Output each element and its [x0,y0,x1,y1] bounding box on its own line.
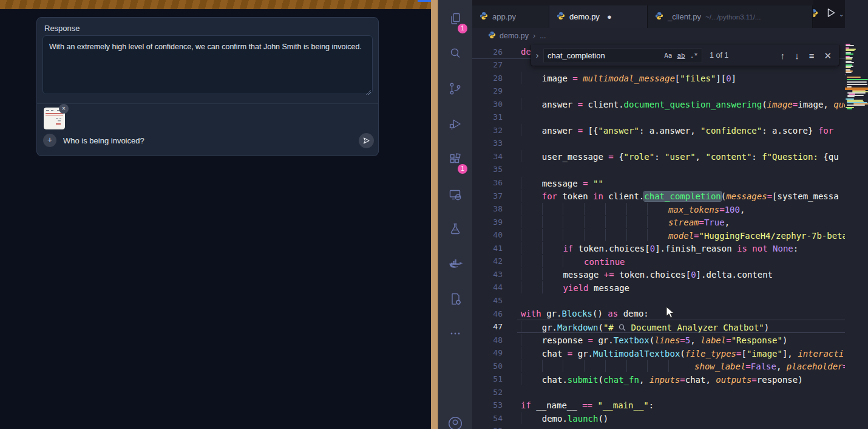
code-line-54[interactable]: 54demo.launch() [472,411,845,425]
line-number[interactable]: 42 [472,256,503,266]
minimap-line [846,53,853,55]
activity-item-more[interactable] [438,320,472,349]
code-line-32[interactable]: 32answer = [{"answer": a.answer, "confid… [472,123,845,137]
code-line-28[interactable]: 28image = multimodal_message["files"][0] [472,71,845,84]
activity-item-source-control[interactable] [438,75,472,105]
breadcrumb-file[interactable]: demo.py [500,32,529,40]
activity-item-remote-explorer[interactable]: >< [438,181,472,210]
line-number[interactable]: 52 [472,388,503,397]
minimap-line [846,74,846,75]
code-line-47[interactable]: 47gr.Markdown("# Document Analyzer Chatb… [472,320,845,334]
window-edge-divider [431,0,438,429]
whole-word-toggle[interactable]: ab [677,52,685,60]
send-button[interactable] [359,133,374,148]
line-number[interactable]: 55 [472,427,503,429]
code-line-49[interactable]: 49chat = gr.MultimodalTextbox(file_types… [472,346,845,360]
find-close-button[interactable]: ✕ [824,51,832,60]
activity-item-extensions[interactable]: 1 [438,146,472,175]
line-number[interactable]: 27 [472,60,503,69]
line-number[interactable]: 53 [472,400,503,410]
code-line-45[interactable]: 45 [472,293,845,307]
regex-toggle[interactable]: .* [690,52,698,60]
code-editor[interactable]: 26de2728image = multimodal_message["file… [472,44,845,429]
line-number[interactable]: 33 [472,139,503,148]
activity-item-docker[interactable] [438,251,472,280]
response-textbox[interactable]: With an extremely high level of confiden… [42,35,373,94]
python-file-icon [557,12,565,22]
tab-demo-py[interactable]: demo.py● [549,5,648,28]
line-number[interactable]: 36 [472,178,503,187]
run-python-file-button[interactable] [826,7,836,21]
find-query-text[interactable]: chat_completion [548,51,659,60]
tab-_client-py[interactable]: _client.py~/.../python3.11/... [648,5,813,28]
find-expand-chevron-icon[interactable]: › [531,50,543,60]
line-number[interactable]: 49 [472,348,503,357]
find-input[interactable]: chat_completion Aa ab .* [543,48,702,63]
line-number[interactable]: 26 [472,47,503,57]
code-line-42[interactable]: 42continue [472,255,845,268]
line-number[interactable]: 40 [472,230,503,239]
find-in-selection-button[interactable]: ≡ [809,51,815,60]
code-line-35[interactable]: 35 [472,163,845,176]
line-number[interactable]: 28 [472,74,503,83]
tab-app-py[interactable]: app.py [472,5,549,28]
activity-item-account[interactable] [438,410,472,429]
line-number[interactable]: 48 [472,335,503,345]
code-line-44[interactable]: 44yield message [472,281,845,294]
code-line-38[interactable]: 38max_tokens=100, [472,202,845,216]
run-dropdown-chevron-icon[interactable]: ⌄ [839,11,844,18]
line-number[interactable]: 44 [472,283,503,292]
find-next-button[interactable]: ↓ [795,51,799,60]
line-number[interactable]: 41 [472,244,503,253]
code-line-41[interactable]: 41if token.choices[0].finish_reason is n… [472,241,845,255]
code-line-51[interactable]: 51chat.submit(chat_fn, inputs=chat, outp… [472,372,845,386]
chat-input[interactable]: Who is being invoiced? [63,136,144,145]
textarea-resize-handle[interactable] [365,89,371,95]
code-line-55[interactable]: 55 [472,425,845,429]
code-line-29[interactable]: 29 [472,84,845,98]
line-number[interactable]: 30 [472,100,503,109]
code-line-36[interactable]: 36message = "" [472,176,845,190]
code-line-37[interactable]: 37for token in client.chat_completion(me… [472,189,845,202]
code-line-39[interactable]: 39stream=True, [472,215,845,228]
line-number[interactable]: 47 [472,322,503,331]
remove-attachment-button[interactable]: × [59,104,69,114]
activity-item-code-tools[interactable] [438,286,472,315]
line-number[interactable]: 39 [472,218,503,227]
line-number[interactable]: 43 [472,270,503,279]
line-number[interactable]: 38 [472,204,503,213]
code-line-40[interactable]: 40model="HuggingFaceH4/zephyr-7b-beta [472,228,845,242]
line-number[interactable]: 34 [472,152,503,161]
code-line-43[interactable]: 43message += token.choices[0].delta.cont… [472,267,845,281]
code-line-33[interactable]: 33 [472,137,845,150]
add-file-button[interactable]: + [43,134,56,147]
line-number[interactable]: 50 [472,362,503,371]
line-number[interactable]: 46 [472,309,503,318]
code-line-53[interactable]: 53if __name__ == "__main__": [472,399,845,412]
code-line-46[interactable]: 46with gr.Blocks() as demo: [472,307,845,320]
activity-item-run-debug[interactable] [438,111,472,140]
minimap-line [846,62,854,63]
line-number[interactable]: 31 [472,112,503,122]
line-number[interactable]: 29 [472,86,503,95]
code-line-50[interactable]: 50 show_label=False, placeholder= [472,359,845,372]
breadcrumb-symbol[interactable]: ... [540,32,546,40]
code-line-48[interactable]: 48response = gr.Textbox(lines=5, label="… [472,333,845,346]
code-line-30[interactable]: 30answer = client.document_question_answ… [472,97,845,111]
line-number[interactable]: 32 [472,126,503,135]
activity-item-search[interactable] [438,40,472,69]
activity-item-testing[interactable] [438,216,472,245]
activity-item-explorer[interactable]: 1 [438,5,472,35]
code-line-52[interactable]: 52 [472,385,845,399]
code-line-31[interactable]: 31 [472,111,845,124]
match-case-toggle[interactable]: Aa [664,52,672,60]
minimap[interactable] [845,0,868,429]
line-number[interactable]: 45 [472,296,503,305]
line-number[interactable]: 54 [472,414,503,423]
line-number[interactable]: 37 [472,191,503,201]
find-previous-button[interactable]: ↑ [781,51,785,60]
line-number[interactable]: 35 [472,165,503,174]
modified-dot-icon[interactable]: ● [607,12,612,21]
line-number[interactable]: 51 [472,374,503,383]
code-line-34[interactable]: 34user_message = {"role": "user", "conte… [472,149,845,163]
